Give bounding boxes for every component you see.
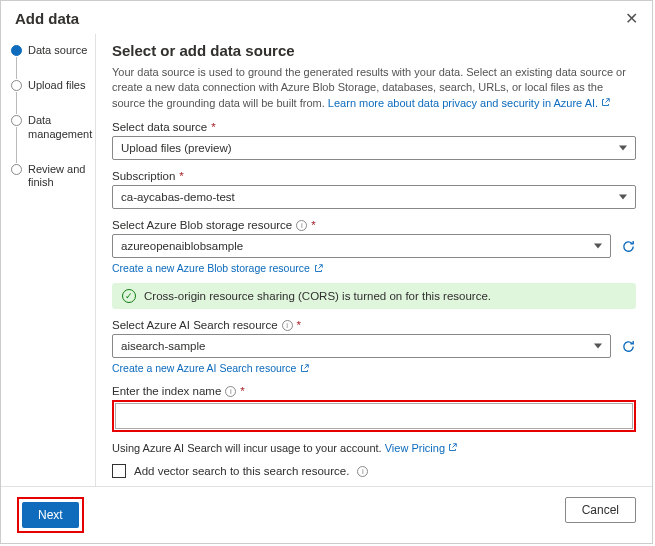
usage-note: Using Azure AI Search will incur usage t… [112, 442, 636, 454]
info-icon[interactable]: i [357, 466, 368, 477]
step-data-source[interactable]: Data source [11, 44, 89, 79]
external-icon [314, 264, 323, 273]
dialog-title: Add data [15, 10, 79, 27]
blob-label: Select Azure Blob storage resource i * [112, 219, 636, 231]
stepper: Data source Upload files Data management… [1, 34, 96, 486]
create-search-link[interactable]: Create a new Azure AI Search resource [112, 362, 309, 374]
next-button[interactable]: Next [22, 502, 79, 528]
blob-select[interactable]: azureopenaiblobsample [112, 234, 611, 258]
subscription-label: Subscription* [112, 170, 636, 182]
page-description: Your data source is used to ground the g… [112, 65, 636, 111]
refresh-icon[interactable] [621, 239, 636, 254]
external-icon [601, 98, 610, 107]
learn-more-link[interactable]: Learn more about data privacy and securi… [328, 97, 610, 109]
search-select[interactable]: aisearch-sample [112, 334, 611, 358]
info-icon[interactable]: i [282, 320, 293, 331]
close-icon[interactable]: ✕ [625, 9, 638, 28]
data-source-label: Select data source* [112, 121, 636, 133]
vector-search-checkbox[interactable] [112, 464, 126, 478]
external-icon [448, 443, 457, 452]
check-circle-icon: ✓ [122, 289, 136, 303]
info-icon[interactable]: i [225, 386, 236, 397]
create-blob-link[interactable]: Create a new Azure Blob storage resource [112, 262, 323, 274]
info-icon[interactable]: i [296, 220, 307, 231]
subscription-select[interactable]: ca-aycabas-demo-test [112, 185, 636, 209]
vector-search-label: Add vector search to this search resourc… [134, 465, 349, 477]
search-label: Select Azure AI Search resource i * [112, 319, 636, 331]
annotation-highlight-next: Next [17, 497, 84, 533]
data-source-select[interactable]: Upload files (preview) [112, 136, 636, 160]
external-icon [300, 364, 309, 373]
annotation-highlight-index [112, 400, 636, 432]
cancel-button[interactable]: Cancel [565, 497, 636, 523]
refresh-icon[interactable] [621, 339, 636, 354]
index-label: Enter the index name i * [112, 385, 636, 397]
step-upload-files[interactable]: Upload files [11, 79, 89, 114]
page-title: Select or add data source [112, 42, 636, 59]
view-pricing-link[interactable]: View Pricing [385, 442, 457, 454]
step-review-finish[interactable]: Review and finish [11, 163, 89, 189]
cors-banner: ✓ Cross-origin resource sharing (CORS) i… [112, 283, 636, 309]
index-name-input[interactable] [115, 403, 633, 429]
step-data-management[interactable]: Data management [11, 114, 89, 162]
